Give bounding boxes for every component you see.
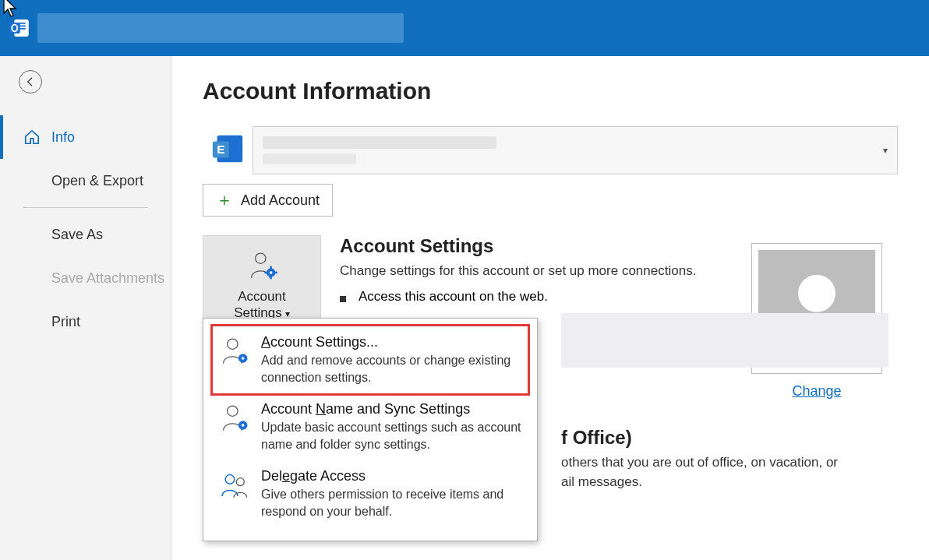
outlook-icon <box>8 17 30 39</box>
home-icon <box>23 129 41 146</box>
sidebar-item-save-attachments: Save Attachments <box>0 256 171 300</box>
sidebar-item-print[interactable]: Print <box>0 300 171 343</box>
title-bar <box>0 0 929 56</box>
account-name-redacted <box>263 136 496 149</box>
back-button[interactable] <box>19 70 42 93</box>
sidebar-item-label: Info <box>51 129 75 146</box>
menu-item-description: Add and remove accounts or change existi… <box>261 352 523 386</box>
exchange-icon: E <box>203 126 253 171</box>
out-of-office-heading-fragment: f Office) <box>561 427 632 449</box>
svg-point-19 <box>242 357 245 360</box>
menu-item-name-sync[interactable]: Account Name and Sync Settings Update ba… <box>213 393 528 460</box>
user-gear-icon <box>246 249 277 280</box>
svg-point-24 <box>236 478 244 486</box>
sidebar-item-open-export[interactable]: Open & Export <box>0 159 171 203</box>
chevron-down-icon: ▾ <box>883 145 888 156</box>
sidebar-separator <box>23 207 148 208</box>
svg-text:E: E <box>217 143 224 156</box>
svg-point-23 <box>225 475 235 484</box>
out-of-office-description-fragment: others that you are out of office, on va… <box>561 453 929 491</box>
menu-item-description: Update basic account settings such as ac… <box>261 419 523 453</box>
svg-point-20 <box>228 406 238 416</box>
plus-icon: ＋ <box>216 188 233 212</box>
change-photo-link[interactable]: Change <box>792 383 841 400</box>
user-gear-icon <box>218 335 249 366</box>
backstage-sidebar: Info Open & Export Save As Save Attachme… <box>0 56 171 560</box>
svg-point-9 <box>256 253 266 263</box>
sidebar-item-label: Save Attachments <box>51 270 164 287</box>
add-account-button[interactable]: ＋ Add Account <box>203 184 333 217</box>
content-redacted <box>561 313 888 368</box>
account-web-access-text: Access this account on the web. <box>359 289 548 305</box>
two-users-icon <box>218 469 249 500</box>
menu-item-account-settings[interactable]: Account Settings... Add and remove accou… <box>213 326 528 393</box>
account-settings-menu: Account Settings... Add and remove accou… <box>203 318 538 541</box>
menu-item-title: Delegate Access <box>261 468 523 484</box>
menu-item-description: Give others permission to receive items … <box>261 486 523 519</box>
menu-item-title: Account Name and Sync Settings <box>261 401 523 417</box>
sidebar-item-save-as[interactable]: Save As <box>0 213 171 256</box>
account-dropdown[interactable]: ▾ <box>253 126 898 174</box>
page-title: Account Information <box>203 78 898 104</box>
title-redacted <box>37 13 404 43</box>
svg-point-11 <box>270 271 273 274</box>
svg-point-17 <box>228 339 238 349</box>
menu-item-title: Account Settings... <box>261 334 523 350</box>
svg-point-22 <box>242 424 245 427</box>
sidebar-item-label: Open & Export <box>51 173 143 189</box>
main-content: Account Information E ▾ ＋ Add Account <box>171 56 929 560</box>
sidebar-item-info[interactable]: Info <box>0 115 171 159</box>
bullet-icon <box>340 296 346 302</box>
add-account-label: Add Account <box>241 192 320 209</box>
account-settings-description: Change settings for this account or set … <box>340 262 698 281</box>
sidebar-item-label: Save As <box>51 227 103 243</box>
account-type-redacted <box>263 153 356 164</box>
menu-item-delegate-access[interactable]: Delegate Access Give others permission t… <box>213 460 528 527</box>
svg-point-16 <box>798 275 835 312</box>
sidebar-item-label: Print <box>51 314 80 330</box>
arrow-left-icon <box>24 76 37 88</box>
user-gear-icon <box>218 402 249 433</box>
